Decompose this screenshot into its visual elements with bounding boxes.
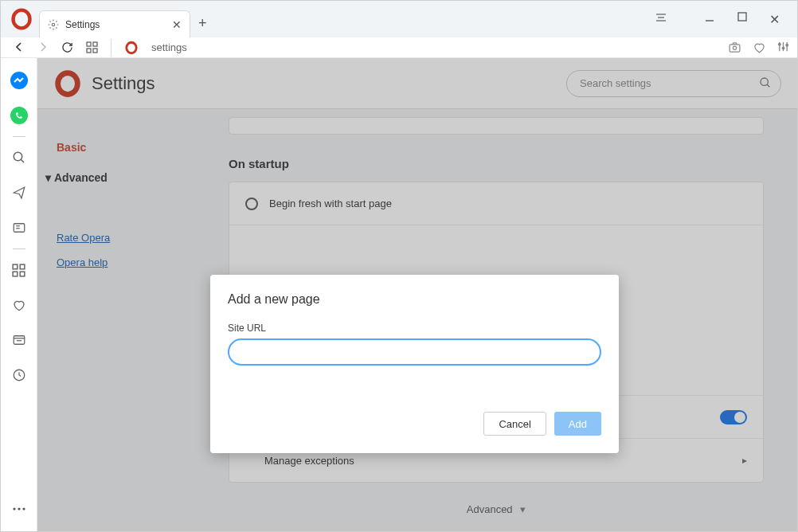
address-bar-text[interactable]: settings — [151, 41, 187, 53]
toolbar-separator — [111, 39, 111, 57]
svg-rect-22 — [14, 224, 25, 233]
new-tab-button[interactable]: + — [198, 15, 207, 32]
svg-point-19 — [786, 44, 788, 46]
svg-rect-6 — [738, 13, 746, 21]
browser-tab[interactable]: Settings ✕ — [39, 10, 190, 37]
minimize-button[interactable] — [704, 12, 715, 27]
svg-point-11 — [127, 42, 136, 53]
rail-divider — [13, 136, 25, 137]
svg-point-34 — [18, 507, 20, 510]
toolbar-right — [728, 41, 789, 54]
svg-rect-9 — [87, 49, 91, 53]
modal-label: Site URL — [228, 323, 601, 334]
bookmarks-rail-icon[interactable] — [10, 295, 29, 315]
messenger-icon[interactable] — [10, 71, 29, 90]
toolbar: settings — [1, 37, 797, 58]
svg-line-21 — [21, 159, 24, 162]
svg-rect-10 — [93, 49, 97, 53]
opera-icon — [124, 41, 139, 55]
gear-icon — [48, 19, 59, 30]
left-rail — [1, 58, 37, 531]
maximize-button[interactable] — [737, 12, 747, 27]
opera-logo — [10, 8, 33, 30]
opera-window: Settings ✕ + ✕ settings — [0, 0, 798, 532]
svg-point-1 — [52, 23, 55, 26]
rail-divider — [13, 248, 25, 249]
news-rail-icon[interactable] — [10, 218, 29, 237]
history-rail-icon[interactable] — [10, 366, 29, 385]
more-rail-icon[interactable] — [10, 499, 29, 518]
forward-button[interactable] — [37, 41, 49, 53]
site-url-input[interactable] — [228, 338, 601, 366]
heart-icon[interactable] — [753, 41, 766, 54]
svg-point-33 — [13, 507, 15, 510]
svg-rect-7 — [87, 42, 91, 46]
svg-point-20 — [14, 152, 22, 161]
menu-icon[interactable] — [655, 12, 667, 27]
svg-rect-8 — [93, 42, 97, 46]
window-controls: ✕ — [655, 12, 797, 27]
svg-point-0 — [14, 10, 30, 29]
svg-point-18 — [782, 47, 784, 49]
add-button[interactable]: Add — [554, 412, 601, 436]
speed-dial-rail-icon[interactable] — [10, 260, 29, 280]
modal-buttons: Cancel Add — [228, 412, 601, 436]
svg-rect-12 — [730, 45, 740, 52]
svg-point-17 — [779, 43, 781, 45]
close-window-button[interactable]: ✕ — [769, 12, 780, 27]
speed-dial-icon[interactable] — [86, 41, 98, 53]
svg-point-13 — [733, 46, 736, 49]
whatsapp-icon[interactable] — [10, 106, 29, 125]
reload-button[interactable] — [61, 41, 73, 53]
svg-rect-26 — [20, 264, 25, 269]
snapshot-icon[interactable] — [728, 41, 741, 54]
modal-title: Add a new page — [228, 292, 601, 307]
svg-point-35 — [22, 507, 25, 510]
cancel-button[interactable]: Cancel — [483, 412, 546, 436]
send-rail-icon[interactable] — [10, 183, 29, 202]
titlebar: Settings ✕ + ✕ — [1, 1, 797, 37]
personal-news-rail-icon[interactable] — [10, 331, 29, 350]
svg-rect-25 — [13, 264, 18, 269]
svg-rect-28 — [20, 272, 25, 276]
add-page-modal: Add a new page Site URL Cancel Add — [210, 275, 619, 453]
body-area: Settings Basic ▾ Advanced Rate Opera Ope… — [1, 58, 797, 531]
easy-setup-icon[interactable] — [777, 41, 789, 54]
tab-title: Settings — [65, 19, 166, 30]
close-icon[interactable]: ✕ — [172, 18, 182, 31]
nav-buttons — [14, 41, 98, 53]
search-rail-icon[interactable] — [10, 148, 29, 167]
svg-rect-29 — [14, 336, 25, 345]
back-button[interactable] — [14, 41, 25, 53]
svg-rect-27 — [13, 272, 18, 276]
